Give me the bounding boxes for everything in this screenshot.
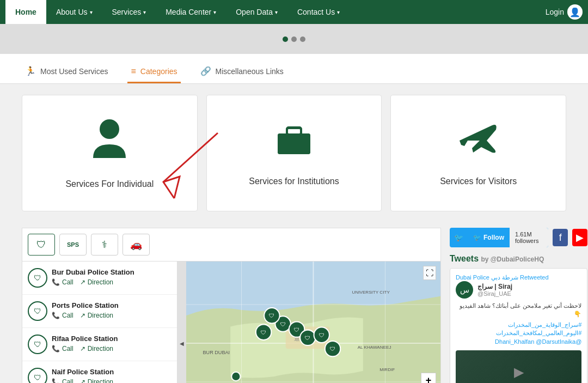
tweets-section-header: Tweets by @DubaiPoliceHQ (450, 254, 587, 264)
phone-icon: 📞 (52, 345, 60, 352)
map-view[interactable]: 迪拜国际 BUR DUBAI UNIVERSITY CITY AL KHAWAN… (186, 262, 440, 383)
svg-point-35 (231, 372, 240, 381)
nav-item-media[interactable]: Media Center ▾ (156, 0, 226, 24)
user-icon: 👤 (567, 4, 583, 20)
direction-button-bur[interactable]: ↗ Direction (80, 278, 113, 286)
nav-item-about[interactable]: About Us ▾ (46, 0, 102, 24)
tab-misc-links[interactable]: 🔗 Miscellaneous Links (197, 60, 287, 83)
tab-most-used[interactable]: 🏃 Most Used Services (22, 60, 111, 83)
svg-text:🛡: 🛡 (280, 321, 286, 327)
filter-btn-shield[interactable]: 🛡 (28, 234, 55, 256)
lower-section: 🛡 SPS ⚕ 🚗 🛡 Bur Dubai Police Station 📞 C… (0, 222, 588, 383)
svg-text:🛡: 🛡 (269, 313, 274, 319)
hero-dot-2[interactable] (291, 37, 297, 42)
direction-button-ports[interactable]: ↗ Direction (80, 312, 113, 319)
facebook-button[interactable]: f (553, 229, 568, 246)
direction-button-naif[interactable]: ↗ Direction (80, 378, 113, 383)
map-zoom-controls: + − (421, 373, 436, 383)
card-individual-label: Services For Individual (65, 179, 154, 189)
login-button[interactable]: Login 👤 (546, 4, 583, 20)
station-info: Naif Police Station 📞 Call ↗ Direction (52, 368, 171, 383)
map-expand-button[interactable]: ⛶ (423, 266, 436, 280)
svg-rect-3 (278, 133, 310, 154)
call-button-ports[interactable]: 📞 Call (52, 312, 74, 319)
map-background: 迪拜国际 BUR DUBAI UNIVERSITY CITY AL KHAWAN… (186, 262, 440, 383)
map-filter-bar: 🛡 SPS ⚕ 🚗 (22, 228, 440, 262)
tweet-avatar: س (456, 281, 473, 299)
nav-item-home[interactable]: Home (5, 0, 46, 24)
svg-text:🛡: 🛡 (319, 332, 324, 338)
card-institutions[interactable]: Services for Institutions (206, 95, 382, 211)
nav-item-contact[interactable]: Contact Us ▾ (287, 0, 350, 24)
filter-btn-car[interactable]: 🚗 (122, 234, 150, 256)
about-arrow-icon: ▾ (90, 9, 93, 15)
svg-text:🛡: 🛡 (261, 330, 266, 336)
station-logo: 🛡 (28, 301, 47, 321)
call-button-bur[interactable]: 📞 Call (52, 278, 74, 286)
list-item: 🛡 Ports Police Station 📞 Call ↗ Directio… (22, 295, 177, 328)
svg-rect-4 (287, 127, 301, 135)
direction-button-rifaa[interactable]: ↗ Direction (80, 345, 113, 352)
card-visitors[interactable]: Services for Visitors (390, 95, 566, 211)
station-actions: 📞 Call ↗ Direction (52, 345, 171, 352)
tweet-media-preview: ▶ (456, 350, 581, 383)
service-tabs: 🏃 Most Used Services ≡ Categories 🔗 Misc… (0, 54, 588, 84)
nav-items: Home About Us ▾ Services ▾ Media Center … (5, 0, 546, 24)
list-item: 🛡 Rifaa Police Station 📞 Call ↗ Directio… (22, 328, 177, 361)
card-visitors-label: Services for Visitors (440, 177, 517, 186)
plane-icon (457, 120, 500, 166)
direction-icon: ↗ (80, 278, 85, 286)
most-used-icon: 🏃 (25, 66, 36, 76)
svg-text:UNIVERSITY CITY: UNIVERSITY CITY (352, 290, 390, 295)
tab-categories[interactable]: ≡ Categories (127, 60, 180, 83)
tweet-user: س سراج | Siraj @Siraj_UAE (456, 281, 581, 299)
tweet-user-handle: @Siraj_UAE (477, 290, 512, 297)
call-button-rifaa[interactable]: 📞 Call (52, 345, 74, 352)
station-name: Ports Police Station (52, 301, 171, 309)
contact-arrow-icon: ▾ (337, 9, 340, 15)
station-name: Rifaa Police Station (52, 335, 171, 343)
follow-bird-icon: 🐦 (473, 234, 481, 241)
nav-item-services[interactable]: Services ▾ (102, 0, 156, 24)
station-info: Rifaa Police Station 📞 Call ↗ Direction (52, 335, 171, 352)
tweets-by-label: by @DubaiPoliceHQ (481, 256, 544, 263)
twitter-follow-button[interactable]: 🐦 Follow (468, 230, 510, 245)
call-button-naif[interactable]: 📞 Call (52, 378, 74, 383)
filter-btn-sps[interactable]: SPS (59, 234, 87, 256)
station-info: Bur Dubai Police Station 📞 Call ↗ Direct… (52, 268, 171, 286)
social-panel: 🐦 🐦 Follow 1.61M followers f ▶ Tweets by… (441, 228, 587, 383)
list-item: 🛡 Bur Dubai Police Station 📞 Call ↗ Dire… (22, 262, 177, 295)
misc-links-icon: 🔗 (200, 66, 211, 76)
navbar: Home About Us ▾ Services ▾ Media Center … (0, 0, 588, 24)
list-collapse-btn[interactable]: ◀ (177, 262, 186, 383)
station-logo: 🛡 (28, 335, 47, 354)
services-arrow-icon: ▾ (143, 9, 146, 15)
filter-btn-medical[interactable]: ⚕ (91, 234, 118, 256)
svg-text:AL KHAWANEEJ: AL KHAWANEEJ (358, 345, 391, 350)
station-actions: 📞 Call ↗ Direction (52, 378, 171, 383)
direction-icon: ↗ (80, 345, 85, 352)
hero-dot-1[interactable] (283, 37, 288, 42)
svg-point-0 (100, 119, 119, 139)
twitter-bird-icon: 🐦 (450, 230, 468, 245)
list-item: 🛡 Naif Police Station 📞 Call ↗ Direction (22, 361, 177, 383)
person-icon (90, 117, 128, 168)
cards-wrapper: Services For Individual Services for Ins… (0, 84, 588, 222)
hero-dot-3[interactable] (300, 37, 305, 42)
svg-text:🛡: 🛡 (305, 335, 310, 341)
station-logo: 🛡 (28, 268, 47, 288)
svg-text:BUR DUBAI: BUR DUBAI (203, 350, 230, 355)
station-name: Naif Police Station (52, 368, 171, 376)
station-actions: 📞 Call ↗ Direction (52, 278, 171, 286)
station-info: Ports Police Station 📞 Call ↗ Direction (52, 301, 171, 319)
direction-icon: ↗ (80, 312, 85, 319)
zoom-in-button[interactable]: + (421, 373, 436, 383)
phone-icon: 📞 (52, 278, 60, 286)
svg-text:MIRDIF: MIRDIF (379, 367, 395, 372)
card-individual[interactable]: Services For Individual (22, 95, 198, 211)
twitter-follower-count: 1.61M followers (510, 228, 548, 247)
youtube-button[interactable]: ▶ (572, 229, 587, 246)
media-arrow-icon: ▾ (213, 9, 216, 15)
nav-item-opendata[interactable]: Open Data ▾ (226, 0, 287, 24)
tweet-card: Dubai Police شرطة دبي Retweeted س سراج |… (450, 268, 587, 383)
